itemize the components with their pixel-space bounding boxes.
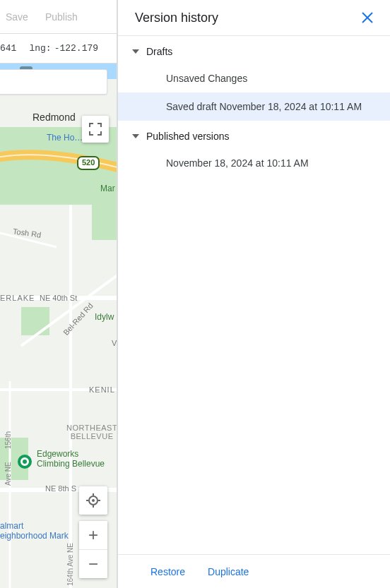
version-history-panel: Version history Drafts Unsaved Changes S… — [117, 0, 390, 588]
version-item-unsaved[interactable]: Unsaved Changes — [118, 64, 390, 92]
map-label-ne8th: NE 8th S — [45, 484, 76, 493]
map-label-156ave-a: 156th — [4, 431, 12, 449]
fullscreen-icon — [89, 123, 102, 136]
close-icon — [361, 11, 374, 24]
map-app-left: Save Publish 641 lng: -122.179 — [0, 0, 117, 588]
lng-value: -122.179 — [54, 43, 98, 54]
lng-label: lng: — [29, 43, 51, 54]
close-button[interactable] — [359, 9, 376, 26]
lat-value: 641 — [0, 43, 16, 54]
restore-button[interactable]: Restore — [150, 566, 185, 577]
version-item-published[interactable]: November 18, 2024 at 10:11 AM — [118, 149, 390, 177]
map-label-idylw: Idylw — [95, 312, 114, 322]
section-drafts-header[interactable]: Drafts — [118, 36, 390, 64]
zoom-control: + − — [79, 521, 107, 578]
svg-rect-3 — [21, 307, 49, 335]
search-input[interactable] — [0, 69, 107, 95]
minus-icon: − — [88, 554, 98, 573]
zoom-out-button[interactable]: − — [79, 550, 107, 578]
section-published-label: Published versions — [146, 131, 230, 142]
map-label-ne40th: NE 40th St — [40, 294, 77, 302]
crosshair-icon — [86, 493, 100, 508]
map-label-164ave: 164th Ave NE — [66, 543, 74, 586]
app-toolbar: Save Publish — [0, 0, 117, 34]
zoom-in-button[interactable]: + — [79, 521, 107, 550]
poi-marker-icon[interactable] — [18, 455, 32, 469]
map-label-redmond: Redmond — [32, 112, 76, 123]
publish-button[interactable]: Publish — [45, 11, 78, 23]
panel-header: Version history — [118, 0, 390, 36]
panel-body: Drafts Unsaved Changes Saved draft Novem… — [118, 36, 390, 554]
plus-icon: + — [88, 525, 98, 544]
map-label-erlake: ERLAKE — [0, 294, 35, 302]
map-label-ne-bellevue: NORTHEAST BELLEVUE — [66, 424, 117, 440]
map-label-edgeworks: Edgeworks Climbing Bellevue — [37, 449, 105, 469]
fullscreen-button[interactable] — [82, 116, 109, 143]
chevron-down-icon — [132, 134, 139, 138]
my-location-button[interactable] — [79, 486, 107, 515]
svg-point-16 — [92, 499, 95, 502]
svg-rect-2 — [92, 169, 117, 240]
save-button[interactable]: Save — [6, 11, 28, 23]
coordinates-readout: 641 lng: -122.179 — [0, 34, 117, 64]
duplicate-button[interactable]: Duplicate — [208, 566, 249, 577]
panel-footer: Restore Duplicate — [118, 554, 390, 588]
section-drafts-label: Drafts — [146, 46, 172, 57]
version-item-saved-draft[interactable]: Saved draft November 18, 2024 at 10:11 A… — [118, 92, 390, 121]
map-label-kenil: KENIL — [89, 385, 115, 394]
hwy-520-shield-label: 520 — [82, 158, 95, 167]
section-published-header[interactable]: Published versions — [118, 121, 390, 149]
map-label-marymoor: Mar — [100, 184, 115, 193]
panel-title: Version history — [135, 11, 218, 25]
chevron-down-icon — [132, 49, 139, 54]
map-canvas[interactable]: ary Redmond The Ho…ep… 520 Mar Tosh Rd E… — [0, 64, 117, 588]
map-label-walmart: almart eighborhood Mark — [0, 521, 69, 541]
map-label-v: V — [112, 339, 117, 347]
map-label-156ave-b: Ave NE — [4, 462, 12, 486]
